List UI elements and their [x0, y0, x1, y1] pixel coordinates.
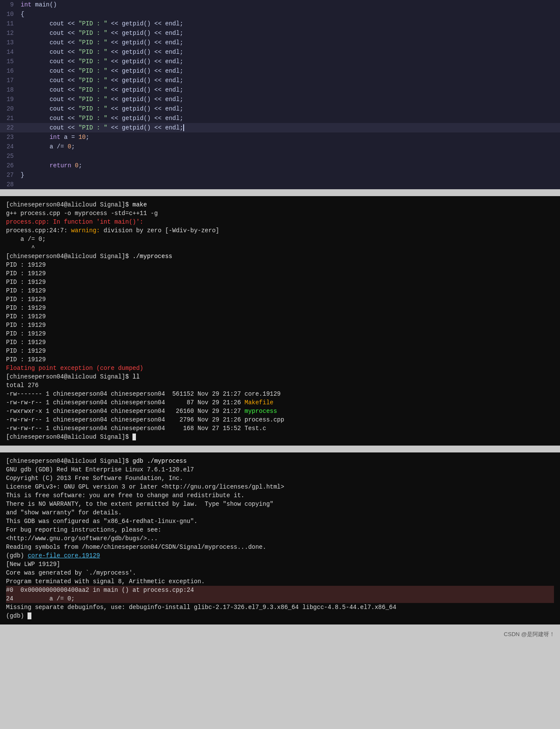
line-number: 20: [0, 104, 21, 114]
terminal-line: Missing separate debuginfos, use: debugi…: [6, 603, 554, 612]
line-code: int main(): [21, 0, 57, 9]
line-number: 25: [0, 151, 21, 161]
terminal-line: a /= 0;: [6, 235, 554, 243]
line-code: cout << "PID : " << getpid() << endl;: [21, 114, 183, 123]
line-code: cout << "PID : " << getpid() << endl;: [21, 76, 183, 85]
terminal-line: Core was generated by `./myprocess'.: [6, 569, 554, 577]
terminal-line: -rwxrwxr-x 1 chineseperson04 chinesepers…: [6, 407, 554, 415]
terminal-line: License GPLv3+: GNU GPL version 3 or lat…: [6, 483, 554, 491]
line-number: 14: [0, 47, 21, 57]
terminal-line: process.cpp: In function 'int main()':: [6, 218, 554, 226]
code-line-15: 15 cout << "PID : " << getpid() << endl;: [0, 57, 560, 66]
line-code: cout << "PID : " << getpid() << endl;: [21, 66, 183, 76]
line-code: {: [21, 9, 24, 19]
code-editor: 9int main()10{11 cout << "PID : " << get…: [0, 0, 560, 189]
terminal-line: PID : 19129: [6, 312, 554, 321]
line-number: 12: [0, 28, 21, 38]
code-line-12: 12 cout << "PID : " << getpid() << endl;: [0, 28, 560, 38]
terminal-line: PID : 19129: [6, 269, 554, 278]
line-code: cout << "PID : " << getpid() << endl;: [21, 57, 183, 66]
terminal-line: (gdb): [6, 612, 554, 620]
code-line-18: 18 cout << "PID : " << getpid() << endl;: [0, 85, 560, 95]
line-number: 23: [0, 132, 21, 142]
code-line-25: 25: [0, 151, 560, 161]
terminal-line: #0 0x00000000000400aa2 in main () at pro…: [6, 586, 554, 594]
code-line-16: 16 cout << "PID : " << getpid() << endl;: [0, 66, 560, 76]
line-code: cout << "PID : " << getpid() << endl;: [21, 85, 183, 95]
terminal-line: PID : 19129: [6, 278, 554, 286]
terminal-line: [chineseperson04@alicloud Signal]$: [6, 433, 554, 441]
code-line-23: 23 int a = 10;: [0, 132, 560, 142]
code-line-20: 20 cout << "PID : " << getpid() << endl;: [0, 104, 560, 114]
terminal-line: process.cpp:24:7: warning: division by z…: [6, 226, 554, 235]
line-number: 17: [0, 76, 21, 85]
terminal-line: This GDB was configured as "x86_64-redha…: [6, 517, 554, 526]
line-number: 28: [0, 180, 21, 189]
watermark: CSDN @是阿建呀！: [0, 628, 560, 641]
terminal-line: PID : 19129: [6, 295, 554, 304]
terminal-line: PID : 19129: [6, 338, 554, 347]
terminal-line: [chineseperson04@alicloud Signal]$ make: [6, 200, 554, 209]
line-number: 16: [0, 66, 21, 76]
terminal-line: GNU gdb (GDB) Red Hat Enterprise Linux 7…: [6, 465, 554, 474]
line-number: 19: [0, 95, 21, 104]
terminal-line: total 276: [6, 381, 554, 390]
code-line-21: 21 cout << "PID : " << getpid() << endl;: [0, 114, 560, 123]
code-line-10: 10{: [0, 9, 560, 19]
terminal-1: [chineseperson04@alicloud Signal]$ makeg…: [0, 196, 560, 446]
terminal-line: PID : 19129: [6, 321, 554, 329]
terminal-line: PID : 19129: [6, 355, 554, 364]
code-line-28: 28: [0, 180, 560, 189]
terminal-line: [chineseperson04@alicloud Signal]$ ll: [6, 372, 554, 381]
terminal-line: -rw-rw-r-- 1 chineseperson04 chinesepers…: [6, 398, 554, 407]
terminal-line: -rw-rw-r-- 1 chineseperson04 chinesepers…: [6, 424, 554, 433]
line-number: 13: [0, 38, 21, 47]
code-line-13: 13 cout << "PID : " << getpid() << endl;: [0, 38, 560, 47]
code-line-26: 26 return 0;: [0, 161, 560, 170]
terminal-line: and "show warranty" for details.: [6, 508, 554, 517]
code-line-22: 22 cout << "PID : " << getpid() << endl;: [0, 123, 560, 132]
terminal-line: PID : 19129: [6, 347, 554, 355]
code-line-19: 19 cout << "PID : " << getpid() << endl;: [0, 95, 560, 104]
terminal-line: PID : 19129: [6, 286, 554, 295]
line-number: 10: [0, 9, 21, 19]
terminal-line: Floating point exception (core dumped): [6, 364, 554, 372]
terminal-line: There is NO WARRANTY, to the extent perm…: [6, 500, 554, 508]
terminal-line: [chineseperson04@alicloud Signal]$ gdb .…: [6, 457, 554, 465]
terminal-line: (gdb) core-file core.19129: [6, 551, 554, 560]
line-code: cout << "PID : " << getpid() << endl;: [21, 123, 184, 132]
terminal-line: Program terminated with signal 8, Arithm…: [6, 577, 554, 586]
line-code: cout << "PID : " << getpid() << endl;: [21, 104, 183, 114]
line-code: cout << "PID : " << getpid() << endl;: [21, 19, 183, 28]
line-number: 15: [0, 57, 21, 66]
terminal-line: PID : 19129: [6, 304, 554, 312]
terminal-line: Reading symbols from /home/chineseperson…: [6, 543, 554, 551]
line-number: 24: [0, 142, 21, 151]
code-line-11: 11 cout << "PID : " << getpid() << endl;: [0, 19, 560, 28]
code-line-14: 14 cout << "PID : " << getpid() << endl;: [0, 47, 560, 57]
terminal-2: [chineseperson04@alicloud Signal]$ gdb .…: [0, 452, 560, 624]
code-line-17: 17 cout << "PID : " << getpid() << endl;: [0, 76, 560, 85]
terminal-line: This is free software: you are free to c…: [6, 491, 554, 500]
code-line-27: 27}: [0, 170, 560, 180]
terminal-line: [New LWP 19129]: [6, 560, 554, 569]
line-number: 9: [0, 0, 21, 9]
line-number: 22: [0, 123, 21, 132]
terminal-line: 24 a /= 0;: [6, 594, 554, 603]
terminal-line: -rw-rw-r-- 1 chineseperson04 chinesepers…: [6, 415, 554, 424]
terminal-line: g++ process.cpp -o myprocess -std=c++11 …: [6, 209, 554, 218]
line-number: 11: [0, 19, 21, 28]
terminal-line: -rw------- 1 chineseperson04 chinesepers…: [6, 390, 554, 398]
code-line-9: 9int main(): [0, 0, 560, 9]
terminal-line: ^: [6, 243, 554, 252]
line-code: }: [21, 170, 24, 180]
line-number: 26: [0, 161, 21, 170]
line-code: cout << "PID : " << getpid() << endl;: [21, 38, 183, 47]
terminal-line: <http://www.gnu.org/software/gdb/bugs/>.…: [6, 534, 554, 543]
line-code: return 0;: [21, 161, 82, 170]
line-code: cout << "PID : " << getpid() << endl;: [21, 47, 183, 57]
line-number: 27: [0, 170, 21, 180]
line-code: a /= 0;: [21, 142, 75, 151]
line-code: cout << "PID : " << getpid() << endl;: [21, 95, 183, 104]
terminal-line: PID : 19129: [6, 329, 554, 338]
